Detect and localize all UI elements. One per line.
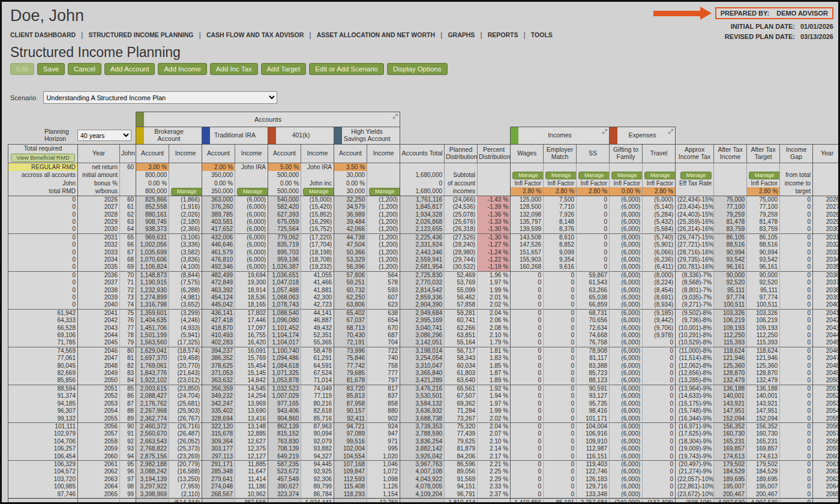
cell-john-age: 92 [120,438,136,445]
cell-high-yield-savings-account: 59,251 [334,279,367,286]
add-account-button[interactable]: Add Account [104,63,155,75]
edit-or-add-scenario-button[interactable]: Edit or Add Scenario [309,63,384,75]
add-income-button[interactable]: Add Income [158,63,206,75]
cell-john-age: 90 [120,422,136,430]
nav-item-structured-income-planning[interactable]: STRUCTURED INCOME PLANNING [88,31,193,38]
cell-traditional-ira-account: 386,352 [202,355,235,362]
cell-percent-distribution: -1.36 % [478,211,511,218]
cell-planned-distribution: 63,640 [445,377,478,385]
cell-401k-account: 1,047,018 [268,279,301,286]
cell-income-gap: 0 [780,339,813,347]
cell-percent-distribution: 1.99 % [478,287,511,294]
cell-gifting-to-family: (6,000) [610,325,643,332]
cell-approx-income-tax: (23,434)-15% [676,203,714,211]
manage-wages-button[interactable]: Manage [512,172,544,179]
cell-brokerage-income: (24,704) [169,392,202,400]
cell-planned-distribution: 52,469 [445,271,478,279]
cell-traditional-ira-income: (6,000) [235,196,268,203]
cell-high-yield-savings-income: (1,200) [367,249,400,256]
cell-traditional-ira-account: 454,124 [202,294,235,301]
cell-after-tax-target: 200,467 [747,491,780,499]
manage-401k-income-button[interactable]: Manage [303,188,334,196]
cell-after-tax-income: 93,542 [714,256,747,263]
cell-planned-distribution: (30,532) [445,263,478,271]
cell-gifting-to-family: (6,000) [610,211,643,218]
cell-high-yield-savings-income: Manage [367,187,400,196]
nav-item-asset-allocation-and-net-worth[interactable]: ASSET ALLOCATION AND NET WORTH [317,31,435,38]
cell-brokerage-income [169,171,202,179]
cell-percent-distribution: 2.08 % [478,325,511,332]
cell-high-yield-savings-income: 670 [367,325,400,332]
collapse-expenses-icon[interactable] [668,128,674,136]
cell-employer-match: 0 [544,271,577,279]
cell-year-right: 2049 [813,370,840,377]
save-button[interactable]: Save [37,63,65,75]
manage-after-tax-target-button[interactable]: Manage [749,172,780,179]
cell-travel: 0 [643,445,676,452]
cell-after-tax-target: 136,188 [747,385,780,392]
scenario-select[interactable]: Understanding A Structured Income Plan [43,91,277,104]
cell-employer-match: 0 [544,407,577,415]
cell-travel: (137,408) [643,498,676,504]
cell-high-yield-savings-account: 47,504 [334,241,367,248]
nav-item-graphs[interactable]: GRAPHS [448,31,475,38]
cell-401k-account: 523,672 [268,468,301,475]
cell-ss: 83,388 [577,362,610,370]
cell-brokerage-account: 938,373 [136,226,169,233]
collapse-incomes-icon[interactable] [602,128,608,136]
cell-ss: 61,543 [577,279,610,286]
cell-brokerage-income: (23,012) [169,377,202,385]
cell-401k-account: 1,094,486 [268,355,301,362]
nav-item-cash-flow-and-tax-advisor[interactable]: CASH FLOW AND TAX ADVISOR [206,31,304,38]
cell-year-right: 2063 [813,476,840,483]
manage-employer-match-button[interactable]: Manage [545,172,577,179]
cell-year: 2040 [78,301,120,309]
manage-ss-button[interactable]: Manage [578,172,610,179]
planning-horizon-select[interactable]: 40 years [77,130,131,141]
cell-traditional-ira-account: 328,694 [202,415,235,423]
cancel-button[interactable]: Cancel [68,63,101,75]
cell-approx-income-tax: (19,743)-9% [676,453,714,461]
manage-travel-button[interactable]: Manage [644,172,676,179]
cell-employer-match: 0 [544,370,577,377]
cell-percent-distribution: 1.83 % [478,355,511,362]
nav-item-tools[interactable]: TOOLS [531,31,553,38]
manage-gifting-to-family-button[interactable]: Manage [611,172,643,179]
cell-year: 2032 [78,241,120,248]
cell-after-tax-target: 143,921 [747,400,780,407]
cell-traditional-ira-account: 279,641 [202,476,235,483]
cell-high-yield-savings-income: 654 [367,317,400,324]
display-options-button[interactable]: Display Options [387,63,448,75]
cell-traditional-ira-account: 463,392 [202,287,235,294]
cell-wages: 160,268 [511,263,544,271]
cell-high-yield-savings-income: 638 [367,309,400,317]
edit-button[interactable]: Edit [10,63,34,75]
cell-401k-income: (17,220) [301,233,334,241]
cell-percent-distribution: 1.89 % [478,377,511,385]
cell-john-age: 67 [120,249,136,256]
cell-percent-distribution: 2.37 % [478,491,511,499]
cell-wages: 151,657 [511,249,544,256]
manage-approx-income-tax-button[interactable]: Manage [680,172,712,179]
cell-traditional-ira-account: 394,237 [202,347,235,355]
add-inc-tax-button[interactable]: Add Inc Tax [210,63,258,75]
manage-traditional-ira-income-button[interactable]: Manage [237,188,268,196]
manage-brokerage-income-button[interactable]: Manage [171,188,202,196]
collapse-accounts-icon[interactable] [392,113,398,121]
add-target-button[interactable]: Add Target [261,63,306,75]
table-row-2055: 99,1322055892,362,774(26,767)328,69413,4… [8,415,840,423]
nav-item-client-dashboard[interactable]: CLIENT DASHBOARD [10,31,76,38]
cell-approx-income-tax: (19,009)-9% [676,445,714,452]
cell-income-gap [780,163,813,172]
cell-percent-distribution: 2.29 % [478,476,511,483]
cell-income-gap: 0 [780,203,813,211]
nav-item-reports[interactable]: REPORTS [488,31,518,38]
cell-high-yield-savings-income: 1,020 [367,453,400,461]
cell-percent-distribution: 1.85 % [478,362,511,370]
table-row-2053: 94,1852053872,176,762(25,681)342,24713,9… [8,400,840,407]
view-beneficial-rmd-button[interactable]: View Beneficial RMD [11,154,75,162]
cell-wages: 0 [511,287,544,294]
cell-accounts-total: 3,086,296 [400,332,445,339]
cell-401k-account: 457,549 [268,476,301,483]
manage-high-yield-savings-income-button[interactable]: Manage [369,188,400,196]
